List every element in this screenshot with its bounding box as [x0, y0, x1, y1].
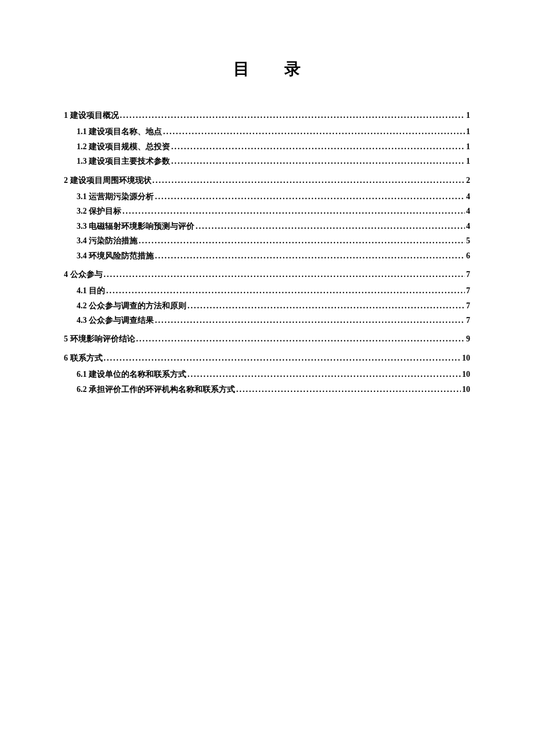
toc-leader-dots — [153, 174, 466, 187]
toc-entry: 4.3 公众参与调查结果 7 — [77, 314, 470, 327]
toc-section: 6 联系方式 106.1 建设单位的名称和联系方式 106.2 承担评价工作的环… — [64, 352, 470, 396]
toc-entry: 1.1 建设项目名称、地点 1 — [77, 125, 470, 138]
toc-leader-dots — [155, 190, 465, 203]
toc-entry: 4 公众参与 7 — [64, 268, 470, 281]
toc-entry-page: 1 — [466, 125, 470, 138]
toc-entry-label: 1.2 建设项目规模、总投资 — [77, 141, 170, 153]
toc-entry-label: 2 建设项目周围环境现状 — [64, 174, 151, 187]
toc-entry: 1 建设项目概况 1 — [64, 109, 470, 122]
toc-leader-dots — [106, 285, 465, 297]
toc-entry-page: 7 — [466, 300, 470, 312]
toc-leader-dots — [171, 155, 465, 168]
toc-leader-dots — [120, 109, 466, 122]
toc-leader-dots — [136, 333, 466, 345]
toc-entry-page: 1 — [466, 141, 470, 153]
toc-entry-page: 10 — [462, 383, 470, 396]
toc-entry-page: 1 — [466, 109, 470, 122]
toc-leader-dots — [122, 205, 465, 218]
toc-entry-label: 5 环境影响评价结论 — [64, 333, 135, 345]
toc-entry-page: 4 — [466, 205, 470, 218]
toc-leader-dots — [196, 220, 465, 233]
toc-leader-dots — [163, 125, 465, 138]
toc-entry-page: 4 — [466, 220, 470, 233]
toc-entry-label: 3.1 运营期污染源分析 — [77, 190, 154, 203]
page-title: 目录 — [64, 58, 470, 80]
toc-entry-page: 7 — [466, 268, 470, 281]
toc-entry-label: 3.4 污染防治措施 — [77, 235, 138, 247]
toc-entry-label: 3.3 电磁辐射环境影响预测与评价 — [77, 220, 194, 233]
toc-section: 2 建设项目周围环境现状 23.1 运营期污染源分析 43.2 保护目标 43.… — [64, 174, 470, 262]
toc-entry: 3.3 电磁辐射环境影响预测与评价 4 — [77, 220, 470, 233]
toc-entry: 2 建设项目周围环境现状 2 — [64, 174, 470, 187]
toc-entry: 3.4 污染防治措施 5 — [77, 235, 470, 247]
toc-entry: 4.2 公众参与调查的方法和原则 7 — [77, 300, 470, 312]
toc-entry-label: 4.1 目的 — [77, 285, 105, 297]
toc-entry-page: 10 — [462, 352, 470, 365]
toc-leader-dots — [104, 352, 461, 365]
toc-entry: 3.1 运营期污染源分析 4 — [77, 190, 470, 203]
toc-entry-label: 6 联系方式 — [64, 352, 103, 365]
toc-entry-label: 6.2 承担评价工作的环评机构名称和联系方式 — [77, 383, 235, 396]
toc-entry: 6 联系方式 10 — [64, 352, 470, 365]
toc-entry: 6.2 承担评价工作的环评机构名称和联系方式 10 — [77, 383, 470, 396]
toc-entry: 1.3 建设项目主要技术参数 1 — [77, 155, 470, 168]
toc-leader-dots — [155, 250, 465, 262]
toc-entry-page: 7 — [466, 285, 470, 297]
toc-leader-dots — [187, 300, 465, 312]
toc-section: 1 建设项目概况 11.1 建设项目名称、地点 11.2 建设项目规模、总投资 … — [64, 109, 470, 168]
toc-leader-dots — [155, 314, 465, 327]
toc-section: 5 环境影响评价结论 9 — [64, 333, 470, 345]
toc-entry: 6.1 建设单位的名称和联系方式 10 — [77, 368, 470, 381]
toc-leader-dots — [236, 383, 461, 396]
toc-entry-label: 6.1 建设单位的名称和联系方式 — [77, 368, 186, 381]
toc-entry-page: 10 — [462, 368, 470, 381]
toc-entry-page: 5 — [466, 235, 470, 247]
toc-entry-label: 1.3 建设项目主要技术参数 — [77, 155, 170, 168]
toc-entry-label: 3.4 环境风险防范措施 — [77, 250, 154, 262]
toc-entry: 1.2 建设项目规模、总投资 1 — [77, 141, 470, 153]
toc-leader-dots — [187, 368, 461, 381]
toc-entry: 5 环境影响评价结论 9 — [64, 333, 470, 345]
toc-entry: 3.2 保护目标 4 — [77, 205, 470, 218]
toc-entry: 4.1 目的 7 — [77, 285, 470, 297]
toc-leader-dots — [104, 268, 466, 281]
toc-entry-page: 7 — [466, 314, 470, 327]
toc-entry-page: 4 — [466, 190, 470, 203]
toc-leader-dots — [139, 235, 465, 247]
toc-entry-label: 4.2 公众参与调查的方法和原则 — [77, 300, 186, 312]
table-of-contents: 1 建设项目概况 11.1 建设项目名称、地点 11.2 建设项目规模、总投资 … — [64, 109, 470, 396]
toc-entry-label: 4.3 公众参与调查结果 — [77, 314, 154, 327]
toc-leader-dots — [171, 141, 465, 153]
toc-entry-page: 6 — [466, 250, 470, 262]
toc-entry-page: 9 — [466, 333, 470, 345]
toc-entry-page: 1 — [466, 155, 470, 168]
toc-entry: 3.4 环境风险防范措施 6 — [77, 250, 470, 262]
toc-entry-label: 3.2 保护目标 — [77, 205, 121, 218]
toc-section: 4 公众参与 74.1 目的 74.2 公众参与调查的方法和原则 74.3 公众… — [64, 268, 470, 327]
toc-entry-label: 1 建设项目概况 — [64, 109, 119, 122]
toc-entry-page: 2 — [466, 174, 470, 187]
toc-entry-label: 1.1 建设项目名称、地点 — [77, 125, 162, 138]
toc-entry-label: 4 公众参与 — [64, 268, 103, 281]
